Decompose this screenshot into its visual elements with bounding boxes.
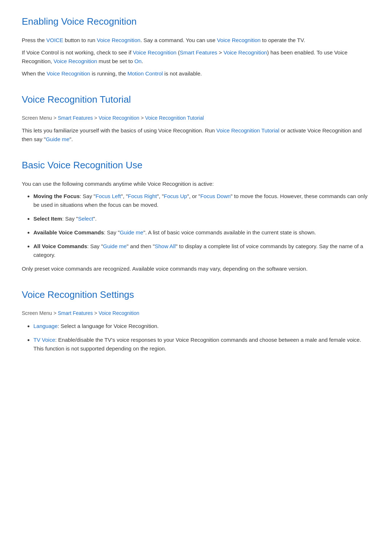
sf-link-1[interactable]: Smart Features <box>180 49 217 56</box>
vr-link-7[interactable]: Voice Recognition <box>99 115 139 121</box>
select-link[interactable]: Select <box>78 216 93 222</box>
settings-item-language: Language: Select a language for Voice Re… <box>33 322 370 331</box>
list-item-available-commands: Available Voice Commands: Say "Guide me"… <box>33 228 370 237</box>
focus-down-link[interactable]: Focus Down <box>200 193 230 199</box>
basic-title: Basic Voice Recognition Use <box>22 158 370 174</box>
enabling-para3: When the Voice Recognition is running, t… <box>22 69 370 78</box>
list-item-select: Select Item: Say "Select". <box>33 214 370 223</box>
settings-breadcrumb: Screen Menu > Smart Features > Voice Rec… <box>22 309 370 317</box>
vr-link-2[interactable]: Voice Recognition <box>217 37 261 43</box>
vr-link-5[interactable]: Voice Recognition <box>54 58 97 64</box>
motion-control-link[interactable]: Motion Control <box>127 70 163 77</box>
list-item-moving-focus: Moving the Focus: Say "Focus Left", "Foc… <box>33 192 370 209</box>
basic-list: Moving the Focus: Say "Focus Left", "Foc… <box>22 192 370 259</box>
vr-link-8[interactable]: Voice Recognition <box>99 310 139 316</box>
settings-title: Voice Recognition Settings <box>22 288 370 303</box>
basic-section: Basic Voice Recognition Use You can use … <box>22 158 370 273</box>
moving-focus-label: Moving the Focus <box>33 193 80 199</box>
vr-link-4[interactable]: Voice Recognition <box>224 49 267 56</box>
settings-item-tv-voice: TV Voice: Enable/disable the TV's voice … <box>33 336 370 353</box>
tutorial-breadcrumb: Screen Menu > Smart Features > Voice Rec… <box>22 114 370 122</box>
all-commands-label: All Voice Commands <box>33 243 87 249</box>
focus-left-link[interactable]: Focus Left <box>95 193 121 199</box>
show-all-link[interactable]: Show All <box>155 243 176 249</box>
enabling-para2: If Voice Control is not working, check t… <box>22 48 370 66</box>
vr-link-6[interactable]: Voice Recognition <box>46 70 90 77</box>
settings-section: Voice Recognition Settings Screen Menu >… <box>22 288 370 353</box>
tutorial-title: Voice Recognition Tutorial <box>22 93 370 108</box>
enabling-title: Enabling Voice Recognition <box>22 15 370 30</box>
focus-up-link[interactable]: Focus Up <box>164 193 187 199</box>
on-link[interactable]: On <box>134 58 142 64</box>
basic-intro: You can use the following commands anyti… <box>22 180 370 188</box>
guide-me-link-3[interactable]: Guide me <box>103 243 127 249</box>
vrt-link-1[interactable]: Voice Recognition Tutorial <box>145 115 204 121</box>
tv-voice-link[interactable]: TV Voice <box>33 337 55 343</box>
enabling-section: Enabling Voice Recognition Press the VOI… <box>22 15 370 78</box>
available-commands-label: Available Voice Commands <box>33 229 104 235</box>
vr-link-3[interactable]: Voice Recognition <box>133 49 176 56</box>
language-link[interactable]: Language <box>33 323 58 329</box>
focus-right-link[interactable]: Focus Right <box>128 193 157 199</box>
sf-link-2[interactable]: Smart Features <box>58 115 93 121</box>
list-item-all-commands: All Voice Commands: Say "Guide me" and t… <box>33 242 370 259</box>
tutorial-para1: This lets you familiarize yourself with … <box>22 126 370 144</box>
guide-me-link-1[interactable]: Guide me <box>46 136 69 142</box>
vr-link-1[interactable]: Voice Recognition <box>97 37 140 43</box>
sf-link-3[interactable]: Smart Features <box>58 310 93 316</box>
select-item-label: Select Item <box>33 216 62 222</box>
settings-list: Language: Select a language for Voice Re… <box>22 322 370 353</box>
enabling-para1: Press the VOICE button to run Voice Reco… <box>22 36 370 45</box>
guide-me-link-2[interactable]: Guide me <box>120 229 143 235</box>
voice-link-1[interactable]: VOICE <box>46 37 64 43</box>
tutorial-section: Voice Recognition Tutorial Screen Menu >… <box>22 93 370 144</box>
vrt-link-2[interactable]: Voice Recognition Tutorial <box>216 127 279 134</box>
basic-footer: Only preset voice commands are recognize… <box>22 264 370 273</box>
